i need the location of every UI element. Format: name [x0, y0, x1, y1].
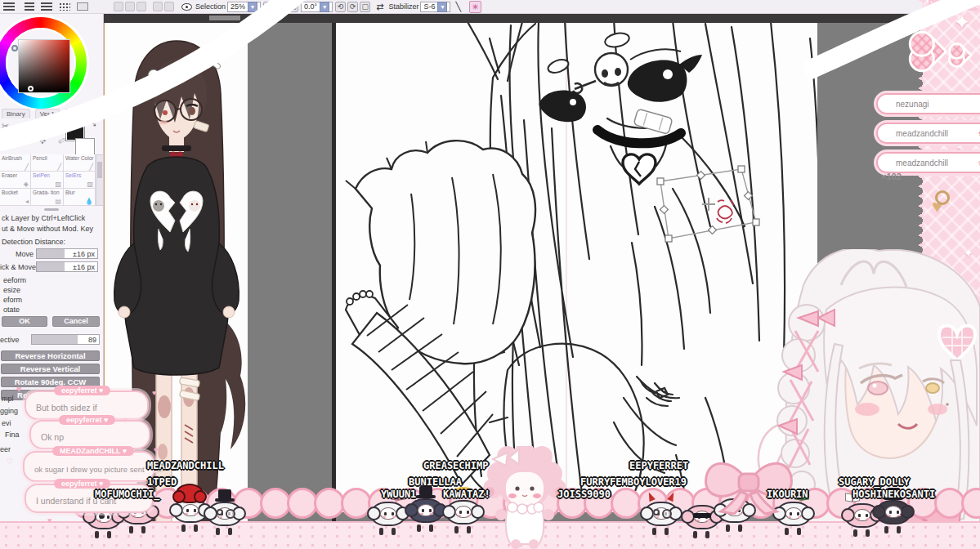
sv-marker[interactable]: [28, 86, 34, 92]
heart-lock-charm-icon: ♥: [932, 196, 942, 217]
screen: Selection 25% ▼ − + ▢ 0.0° ▼ ⟲ ⟳ ▢ ⇄ Sta…: [0, 0, 980, 549]
detection-distance-label: Detection Distance:: [2, 238, 65, 246]
zoom-combo[interactable]: 25% ▼: [227, 2, 261, 12]
tab-artistic[interactable]: Artistic: [65, 109, 94, 118]
brush-scrollbar[interactable]: [96, 154, 104, 206]
transform-mode-list: eeform esize eform otate: [3, 275, 26, 315]
stream-username: YWUUN1: [381, 489, 416, 500]
pick-move-input[interactable]: ±16 px: [36, 261, 98, 272]
ective-slider[interactable]: 89: [31, 334, 100, 345]
color-mode-tabs: Binary Ver.1 Artistic: [2, 109, 94, 118]
panel-toggle-icon[interactable]: [25, 2, 34, 11]
zoom-in-button[interactable]: +: [275, 2, 286, 12]
brush-eraser[interactable]: Eraser◈: [0, 172, 31, 189]
viewer-count: ×102: [881, 172, 902, 181]
stream-username: SUGARY_DOLLY: [839, 476, 910, 488]
stabilizer-value: S-6: [423, 2, 435, 11]
chevron-down-icon[interactable]: ▼: [437, 2, 447, 12]
brush-selers[interactable]: SelErs▨: [64, 172, 96, 189]
zoom-reset-button[interactable]: ▢: [288, 2, 298, 12]
rotate-cw-button[interactable]: ⟳: [347, 2, 358, 12]
chat-username: eepyferret: [61, 386, 97, 395]
cancel-button[interactable]: Cancel: [52, 316, 100, 327]
mode-freeform[interactable]: eeform: [3, 275, 26, 285]
chat-username: eepyferret: [61, 480, 97, 488]
angle-combo[interactable]: 0.0° ▼: [301, 2, 333, 12]
chat-username: MEADZandCHILL: [60, 447, 120, 455]
mini-heart-icon: ♡: [7, 458, 13, 466]
stream-username: MEADZANDCHILL: [147, 460, 224, 471]
tabbar-scroll-indicator[interactable]: [209, 16, 240, 20]
viewer-name: meadzandchill: [896, 129, 948, 138]
zoom-value: 25%: [230, 2, 245, 11]
toolbar: Selection 25% ▼ − + ▢ 0.0° ▼ ⟲ ⟳ ▢ ⇄ Sta…: [0, 0, 980, 14]
brush-watercolor[interactable]: Water Color╱: [64, 154, 96, 172]
heart-badge-icon: ♥: [104, 416, 108, 424]
ok-button[interactable]: OK: [2, 316, 47, 327]
stream-username: MOFUMOCHII_: [95, 489, 159, 500]
clipped-label: mpl: [2, 395, 14, 403]
tool-icons-row2[interactable]: ⌕ ↺ ✥ ✐: [2, 136, 71, 146]
swap-colors-icon[interactable]: ⤡: [89, 118, 96, 128]
brush-grid: ╱ AirBrush╱ Pencil╱ Water Color╱ r╱ Eras…: [0, 154, 96, 206]
viewer-name: meadzandchill: [896, 158, 948, 167]
zoom-out-button[interactable]: −: [263, 2, 274, 12]
antialias-toggle-icon[interactable]: ✳: [469, 1, 481, 13]
heart-badge-icon: ♥: [123, 447, 127, 455]
hue-marker[interactable]: [11, 45, 18, 51]
mini-heart-icon: ♥: [16, 384, 22, 394]
reverse-horizontal-button[interactable]: Reverse Horizontal: [1, 350, 100, 361]
history-button[interactable]: [136, 2, 146, 11]
panel-toggle-icon[interactable]: [41, 2, 52, 11]
reverse-vertical-button[interactable]: Reverse Vertical: [1, 364, 100, 374]
mode-resize[interactable]: esize: [3, 285, 26, 295]
brush-blur[interactable]: Blur💧: [64, 189, 96, 206]
panel-toggle-icon[interactable]: [3, 2, 15, 11]
redo-button[interactable]: [125, 2, 135, 11]
mini-heart-icon: ♥: [154, 445, 159, 454]
mode-rotate[interactable]: otate: [3, 305, 26, 315]
brush-airbrush[interactable]: AirBrush╱: [0, 154, 31, 172]
move-distance-input[interactable]: ±16 px: [36, 248, 98, 259]
tab-binary[interactable]: Binary: [2, 109, 30, 118]
sheep-sprite: [642, 495, 680, 536]
stabilizer-label: Stabilizer: [388, 2, 418, 11]
undo-button[interactable]: [114, 2, 123, 11]
flip-icon[interactable]: ⇄: [376, 2, 383, 12]
chevron-down-icon[interactable]: ▼: [248, 2, 257, 12]
panel-toggle-icon[interactable]: [59, 2, 70, 11]
stream-username: JOISS9090: [557, 489, 611, 500]
sparkle-icon: ✦: [953, 10, 971, 35]
pick-move-row: ick & Move ±16 px: [0, 261, 98, 272]
chat-message: eepyferret ♥ Ok np: [29, 420, 150, 449]
nav-button[interactable]: [153, 2, 163, 11]
brush-gradation[interactable]: Grada- tion▤: [31, 189, 64, 206]
brush-bucket[interactable]: Bucket◂: [0, 189, 31, 206]
stabilizer-combo[interactable]: S-6 ▼: [420, 2, 450, 12]
brush-selpen[interactable]: SelPen▨: [31, 172, 64, 189]
ective-label: ective: [0, 336, 20, 344]
tool-icons-row1[interactable]: ✂ ✦ ❏ T: [2, 121, 72, 132]
stream-username: BUNIELLAA: [409, 476, 462, 488]
visibility-eye-icon[interactable]: [181, 3, 192, 11]
tab-ver1[interactable]: Ver.1: [35, 109, 60, 118]
ribbon-bow: [701, 449, 795, 518]
saturation-value-box[interactable]: [18, 39, 70, 93]
line-tool-icon[interactable]: ╲: [455, 2, 461, 12]
rotate-ccw-button[interactable]: ⟲: [335, 2, 346, 12]
panel-resize-grip[interactable]: [44, 208, 59, 211]
mode-deform[interactable]: eform: [3, 295, 26, 305]
brush-pencil[interactable]: Pencil╱: [31, 154, 64, 172]
chat-text: Ok np: [41, 432, 144, 442]
clipped-label: evi: [2, 419, 11, 427]
rotate-reset-button[interactable]: ▢: [360, 2, 370, 12]
panel-toggle-icon[interactable]: [77, 2, 88, 11]
selection-label: Selection: [195, 2, 226, 11]
hint-text: ck Layer by Ctrl+LeftClick: [2, 214, 85, 222]
angle-value: 0.0°: [304, 2, 317, 11]
viewer-pill: meadzandchill ✿: [876, 123, 980, 144]
nav-button[interactable]: [164, 2, 174, 11]
viewer-pill: nezunagi ♥: [876, 93, 980, 114]
chevron-down-icon[interactable]: ▼: [320, 2, 329, 12]
stream-username: KAWATAZ!: [443, 489, 490, 500]
